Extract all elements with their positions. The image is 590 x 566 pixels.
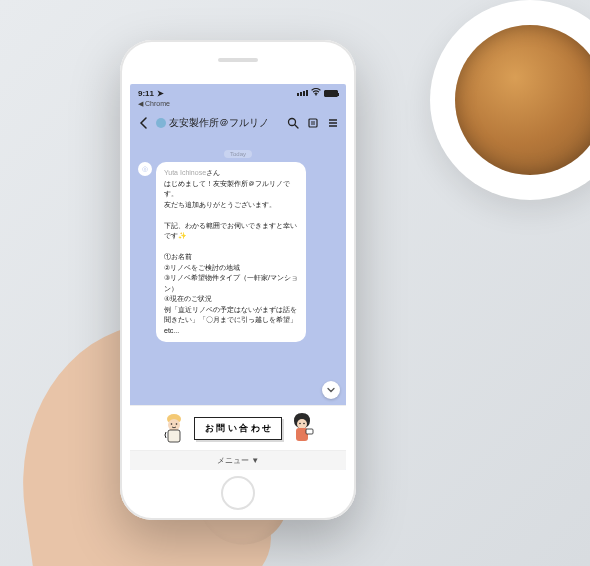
phone-speaker [218,58,258,62]
menu-toggle-label: メニュー ▼ [217,455,259,466]
battery-icon [324,90,338,97]
contact-button[interactable]: お 問 い 合 わ せ [194,417,283,440]
screen: 9:11 ➤ ◀ Chrome 友安製作所＠フルリノ [130,84,346,470]
return-to-app-bar[interactable]: ◀ Chrome [130,100,346,108]
chat-area[interactable]: Today ◎ Yuta Ichinoseさん はじめまして！友安製作所＠フルリ… [130,136,346,405]
msg-q1: ①お名前 [164,253,192,260]
message-row: ◎ Yuta Ichinoseさん はじめまして！友安製作所＠フルリノです。 友… [138,162,338,342]
msg-q4: ④現在のご状況 [164,295,212,302]
svg-point-1 [289,119,296,126]
wifi-icon [311,88,321,98]
chevron-down-icon [326,385,336,395]
home-button[interactable] [221,476,255,510]
msg-line3: 下記、わかる範囲でお伺いできますと幸いです [164,222,297,240]
rich-menu: お 問 い 合 わ せ メニュー ▼ [130,405,346,470]
msg-line2: 友だち追加ありがとうございます。 [164,201,276,208]
svg-point-12 [175,423,177,425]
date-badge: Today [224,150,252,158]
msg-line1: はじめまして！友安製作所＠フルリノです。 [164,180,290,198]
customer-illustration [288,411,316,445]
rich-menu-content: お 問 い 合 わ せ [130,406,346,450]
message-bubble: Yuta Ichinoseさん はじめまして！友安製作所＠フルリノです。 友だち… [156,162,306,342]
svg-rect-13 [168,430,180,442]
chat-navbar: 友安製作所＠フルリノ [130,110,346,136]
sender-avatar[interactable]: ◎ [138,162,152,176]
menu-icon[interactable] [326,116,340,130]
svg-rect-18 [306,429,313,434]
rich-menu-toggle[interactable]: メニュー ▼ [130,450,346,470]
coffee-cup-photo [430,0,590,200]
chat-avatar [156,118,166,128]
phone-frame: 9:11 ➤ ◀ Chrome 友安製作所＠フルリノ [120,40,356,520]
svg-point-11 [170,423,172,425]
msg-q3: ③リノベ希望物件タイプ（一軒家/マンション） [164,274,298,292]
scroll-down-button[interactable] [322,381,340,399]
svg-point-15 [299,423,301,425]
message-username: Yuta Ichinose [164,169,206,176]
svg-point-14 [297,419,307,429]
svg-line-2 [295,125,298,128]
worker-illustration [160,411,188,445]
msg-q2: ②リノベをご検討の地域 [164,264,240,271]
svg-point-10 [168,419,180,431]
msg-example: 例「直近リノベの予定はないがまずは話を聞きたい」「〇月までに引っ越しを希望」et… [164,306,297,334]
chat-title: 友安製作所＠フルリノ [156,116,280,130]
location-icon: ➤ [157,89,164,98]
search-icon[interactable] [286,116,300,130]
svg-rect-3 [309,119,317,127]
svg-point-0 [315,94,317,96]
svg-point-16 [303,423,305,425]
status-time: 9:11 [138,89,154,98]
call-icon[interactable] [306,116,320,130]
greeting-suffix: さん [206,169,220,176]
signal-icon [297,90,308,96]
back-icon[interactable] [136,116,150,130]
